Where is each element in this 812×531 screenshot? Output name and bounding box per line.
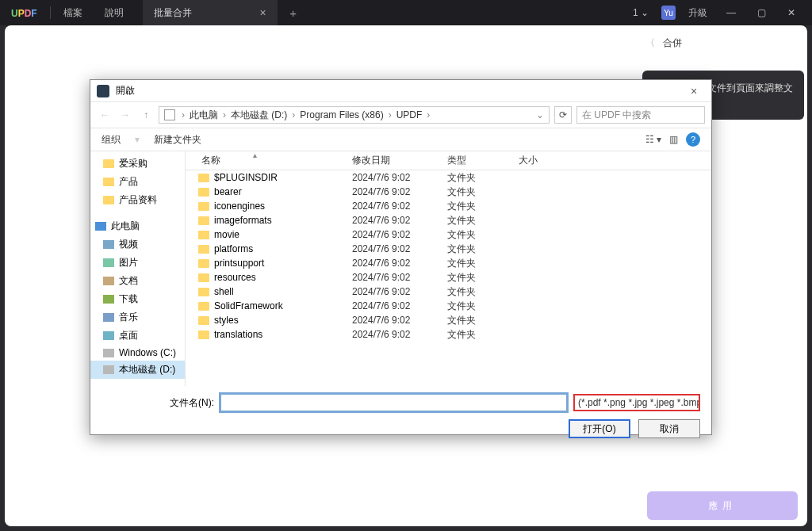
table-row[interactable]: resources2024/7/6 9:02文件夹 [186, 270, 711, 285]
breadcrumb-item[interactable]: Program Files (x86) [300, 109, 383, 120]
menu-help[interactable]: 說明 [94, 6, 135, 20]
organize-button[interactable]: 组织 [102, 133, 121, 147]
nav-forward-button[interactable]: → [117, 107, 133, 123]
col-type[interactable]: 类型 [447, 154, 519, 167]
help-icon[interactable]: ? [686, 132, 700, 147]
tree-item-music[interactable]: 音乐 [90, 308, 185, 327]
version-label[interactable]: 1 ⌄ [622, 7, 660, 18]
col-name[interactable]: 名称 [186, 154, 352, 167]
table-row[interactable]: imageformats2024/7/6 9:02文件夹 [186, 213, 711, 227]
table-row[interactable]: SolidFramework2024/7/6 9:02文件夹 [186, 299, 711, 313]
folder-icon [198, 273, 209, 282]
tree-item-videos[interactable]: 视频 [90, 235, 185, 254]
minimize-button[interactable]: — [717, 0, 745, 25]
list-header[interactable]: ▴ 名称 修改日期 类型 大小 [186, 151, 711, 170]
chevron-left-icon: 〈 [645, 36, 655, 50]
folder-icon [198, 231, 209, 239]
file-open-dialog: 開啟 × ← → ↑ › 此电脑› 本地磁盘 (D:)› Program Fil… [90, 79, 712, 435]
folder-tree[interactable]: 爱采购 产品 产品资料 此电脑 视频 图片 文档 下载 音乐 桌面 Window… [90, 151, 186, 386]
file-list[interactable]: ▴ 名称 修改日期 类型 大小 $PLUGINSDIR2024/7/6 9:02… [186, 151, 711, 386]
table-row[interactable]: $PLUGINSDIR2024/7/6 9:02文件夹 [186, 170, 711, 185]
folder-icon [198, 202, 209, 211]
chevron-down-icon[interactable]: ⌄ [536, 109, 544, 120]
chevron-down-icon: ⌄ [641, 7, 649, 18]
table-row[interactable]: styles2024/7/6 9:02文件夹 [186, 313, 711, 327]
nav-up-button[interactable]: ↑ [138, 107, 154, 123]
view-mode-button[interactable]: ☷ ▾ [645, 134, 661, 145]
filename-input[interactable] [220, 394, 567, 411]
search-input[interactable]: 在 UPDF 中搜索 [576, 106, 705, 124]
side-panel-header[interactable]: 〈 合併 [642, 30, 804, 56]
refresh-button[interactable]: ⟳ [554, 106, 572, 124]
apply-button[interactable]: 應用 [647, 491, 798, 520]
dialog-nav: ← → ↑ › 此电脑› 本地磁盘 (D:)› Program Files (x… [90, 102, 711, 128]
table-row[interactable]: translations2024/7/6 9:02文件夹 [186, 327, 711, 342]
cancel-button[interactable]: 取消 [638, 419, 700, 438]
col-size[interactable]: 大小 [519, 154, 711, 167]
maximize-button[interactable]: ▢ [747, 0, 776, 25]
folder-icon [198, 316, 209, 325]
upgrade-button[interactable]: 升級 [680, 6, 715, 20]
folder-icon [198, 330, 209, 339]
table-row[interactable]: movie2024/7/6 9:02文件夹 [186, 227, 711, 242]
filetype-dropdown[interactable]: (*.pdf *.png *.jpg *.jpeg *.bmp⌄ [573, 394, 700, 411]
tree-item[interactable]: 爱采购 [90, 155, 185, 173]
separator [50, 6, 51, 19]
sort-indicator-icon: ▴ [253, 151, 257, 159]
col-date[interactable]: 修改日期 [352, 154, 447, 167]
app-logo: UPDF [0, 7, 48, 19]
folder-icon [198, 188, 209, 197]
tab-label: 批量合并 [154, 6, 192, 20]
tree-item-c-drive[interactable]: Windows (C:) [90, 345, 185, 361]
breadcrumb[interactable]: › 此电脑› 本地磁盘 (D:)› Program Files (x86)› U… [159, 106, 550, 124]
folder-icon [198, 288, 209, 296]
dialog-icon [97, 85, 109, 97]
tree-item[interactable]: 产品资料 [90, 191, 185, 209]
tree-item-d-drive[interactable]: 本地磁盘 (D:) [90, 361, 185, 379]
dialog-close-button[interactable]: × [683, 85, 705, 97]
tree-item[interactable]: 产品 [90, 173, 185, 191]
side-panel-title: 合併 [663, 36, 682, 50]
app-titlebar: UPDF 檔案 說明 批量合并 × + 1 ⌄ Yu 升級 — ▢ ✕ [0, 0, 812, 25]
filename-label: 文件名(N): [170, 396, 214, 410]
table-row[interactable]: shell2024/7/6 9:02文件夹 [186, 285, 711, 299]
table-row[interactable]: platforms2024/7/6 9:02文件夹 [186, 242, 711, 256]
dialog-titlebar: 開啟 × [90, 80, 711, 102]
folder-icon [198, 216, 209, 225]
folder-icon [198, 245, 209, 254]
close-button[interactable]: ✕ [777, 0, 806, 25]
tree-this-pc[interactable]: 此电脑 [90, 217, 185, 235]
new-folder-button[interactable]: 新建文件夹 [154, 133, 201, 147]
tree-item-documents[interactable]: 文档 [90, 272, 185, 290]
table-row[interactable]: printsupport2024/7/6 9:02文件夹 [186, 256, 711, 270]
menu-file[interactable]: 檔案 [52, 6, 94, 20]
folder-icon [198, 259, 209, 268]
preview-pane-button[interactable]: ▥ [669, 134, 678, 145]
tab-close-icon[interactable]: × [260, 6, 266, 19]
tab-batch-merge[interactable]: 批量合并 × [143, 0, 278, 25]
table-row[interactable]: iconengines2024/7/6 9:02文件夹 [186, 199, 711, 213]
breadcrumb-item[interactable]: UPDF [396, 109, 423, 120]
dialog-footer: 文件名(N): (*.pdf *.png *.jpg *.jpeg *.bmp⌄… [90, 386, 711, 446]
pc-icon [164, 109, 175, 120]
new-tab-button[interactable]: + [282, 6, 304, 20]
folder-icon [198, 302, 209, 311]
tree-item-pictures[interactable]: 图片 [90, 254, 185, 272]
dialog-toolbar: 组织 ▾ 新建文件夹 ☷ ▾ ▥ ? [90, 128, 711, 151]
breadcrumb-item[interactable]: 此电脑 [190, 109, 218, 122]
tree-item-downloads[interactable]: 下载 [90, 290, 185, 308]
table-row[interactable]: bearer2024/7/6 9:02文件夹 [186, 185, 711, 199]
nav-back-button[interactable]: ← [97, 107, 113, 123]
folder-icon [198, 174, 209, 182]
dialog-title: 開啟 [116, 84, 135, 97]
tree-item-desktop[interactable]: 桌面 [90, 327, 185, 345]
open-button[interactable]: 打开(O) [569, 419, 630, 438]
avatar[interactable]: Yu [661, 6, 676, 20]
breadcrumb-item[interactable]: 本地磁盘 (D:) [231, 109, 287, 122]
